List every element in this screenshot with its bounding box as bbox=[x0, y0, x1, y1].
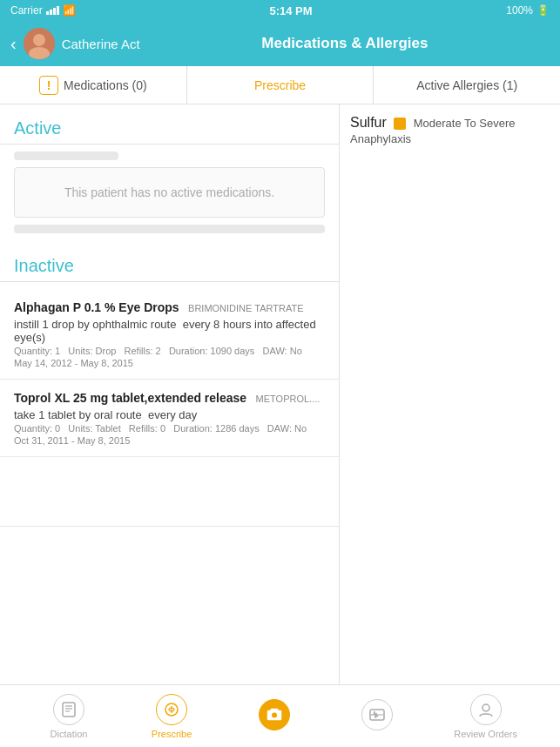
toolbar-review-orders[interactable]: Review Orders bbox=[454, 694, 517, 739]
svg-point-9 bbox=[272, 712, 277, 717]
review-orders-svg bbox=[478, 702, 494, 717]
camera-svg bbox=[267, 707, 282, 723]
dictation-svg bbox=[61, 702, 77, 717]
med-name-1: Alphagan P 0.1 % Eye Drops bbox=[14, 300, 179, 314]
allergy-item-1[interactable]: Sulfur Moderate To Severe Anaphylaxis bbox=[350, 115, 550, 145]
vitals-svg bbox=[369, 707, 385, 723]
medication-item-2[interactable]: Toprol XL 25 mg tablet,extended release … bbox=[0, 380, 339, 457]
med-details-2: Quantity: 0 Units: Tablet Refills: 0 Dur… bbox=[14, 423, 325, 434]
right-panel: Sulfur Moderate To Severe Anaphylaxis bbox=[340, 104, 560, 684]
status-left: Carrier 📶 bbox=[10, 4, 76, 17]
status-right: 100% 🔋 bbox=[506, 4, 550, 17]
med-name-2: Toprol XL 25 mg tablet,extended release bbox=[14, 391, 246, 405]
med-generic-2: METOPROL.... bbox=[256, 394, 320, 404]
med-dates-1: May 14, 2012 - May 8, 2015 bbox=[14, 358, 325, 368]
empty-medications-text: This patient has no active medications. bbox=[64, 185, 274, 199]
tab-bar: ! Medications (0) Prescribe Active Aller… bbox=[0, 66, 560, 104]
back-button[interactable]: ‹ bbox=[10, 34, 17, 54]
tab-allergies[interactable]: Active Allergies (1) bbox=[374, 66, 560, 104]
tab-allergies-label: Active Allergies (1) bbox=[416, 78, 517, 92]
allergy-name-1: Sulfur bbox=[350, 115, 387, 130]
time-label: 5:14 PM bbox=[269, 4, 312, 17]
tab-medications-label: Medications (0) bbox=[64, 78, 147, 92]
active-section-title: Active bbox=[0, 104, 339, 145]
wifi-icon: 📶 bbox=[63, 4, 76, 17]
bottom-toolbar: Dictation Prescribe bbox=[0, 684, 560, 747]
skeleton-1 bbox=[14, 151, 118, 160]
svg-point-1 bbox=[33, 34, 45, 46]
svg-rect-3 bbox=[63, 703, 75, 717]
patient-name[interactable]: Catherine Act bbox=[62, 37, 140, 51]
carrier-label: Carrier bbox=[10, 4, 43, 17]
med-instruction-2: take 1 tablet by oral route every day bbox=[14, 408, 325, 421]
content-area: Active This patient has no active medica… bbox=[0, 104, 560, 684]
medication-item-1[interactable]: Alphagan P 0.1 % Eye Drops BRIMONIDINE T… bbox=[0, 289, 339, 380]
tab-medications[interactable]: ! Medications (0) bbox=[0, 66, 187, 104]
tab-prescribe-label: Prescribe bbox=[254, 78, 306, 92]
page-title: Medications & Allergies bbox=[140, 35, 550, 52]
toolbar-dictation[interactable]: Dictation bbox=[43, 694, 95, 739]
med-name-row-2: Toprol XL 25 mg tablet,extended release … bbox=[14, 390, 325, 406]
warning-icon: ! bbox=[39, 76, 58, 95]
allergy-severity-icon bbox=[394, 118, 406, 130]
vitals-icon bbox=[361, 699, 393, 730]
med-generic-1: BRIMONIDINE TARTRATE bbox=[188, 303, 303, 313]
battery-label: 100% bbox=[506, 4, 533, 17]
inactive-section: Inactive Alphagan P 0.1 % Eye Drops BRIM… bbox=[0, 242, 339, 527]
dictation-label: Dictation bbox=[51, 729, 88, 739]
prescribe-icon bbox=[156, 694, 187, 725]
left-panel: Active This patient has no active medica… bbox=[0, 104, 340, 684]
toolbar-camera[interactable] bbox=[248, 699, 300, 734]
review-orders-icon bbox=[470, 694, 502, 725]
toolbar-vitals[interactable] bbox=[351, 699, 403, 734]
avatar bbox=[24, 28, 55, 59]
prescribe-svg bbox=[164, 702, 179, 717]
med-dates-2: Oct 31, 2011 - May 8, 2015 bbox=[14, 435, 325, 446]
prescribe-label: Prescribe bbox=[152, 729, 192, 739]
med-details-1: Quantity: 1 Units: Drop Refills: 2 Durat… bbox=[14, 346, 325, 356]
avatar-image bbox=[24, 28, 55, 59]
medication-item-empty bbox=[0, 457, 339, 527]
inactive-section-title: Inactive bbox=[0, 242, 339, 282]
dictation-icon bbox=[53, 694, 84, 725]
status-bar: Carrier 📶 5:14 PM 100% 🔋 bbox=[0, 0, 560, 21]
med-name-row-1: Alphagan P 0.1 % Eye Drops BRIMONIDINE T… bbox=[14, 299, 325, 315]
battery-icon: 🔋 bbox=[536, 4, 550, 17]
allergy-severity-text-1: Moderate To Severe bbox=[414, 117, 516, 130]
allergy-reaction-1: Anaphylaxis bbox=[350, 132, 550, 145]
toolbar-prescribe[interactable]: Prescribe bbox=[145, 694, 198, 739]
tab-prescribe[interactable]: Prescribe bbox=[187, 66, 374, 104]
camera-icon bbox=[259, 699, 290, 730]
signal-icon bbox=[46, 6, 59, 15]
header: ‹ Catherine Act Medications & Allergies bbox=[0, 21, 560, 66]
med-instruction-1: instill 1 drop by ophthalmic route every… bbox=[14, 318, 325, 344]
svg-point-13 bbox=[482, 704, 489, 711]
review-orders-label: Review Orders bbox=[454, 729, 517, 739]
skeleton-2 bbox=[14, 225, 325, 233]
empty-medications-box: This patient has no active medications. bbox=[14, 167, 325, 218]
active-section: Active This patient has no active medica… bbox=[0, 104, 339, 233]
